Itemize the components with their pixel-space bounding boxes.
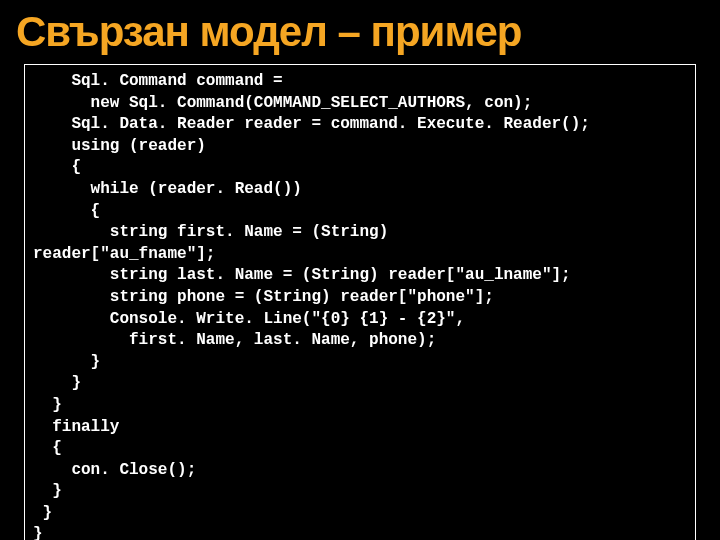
slide: Свързан модел – пример Sql. Command comm… bbox=[0, 0, 720, 540]
code-line: string last. Name = (String) reader["au_… bbox=[33, 265, 687, 287]
code-line: } bbox=[33, 503, 687, 525]
code-line: finally bbox=[33, 417, 687, 439]
code-line: string first. Name = (String) bbox=[33, 222, 687, 244]
code-line: new Sql. Command(COMMAND_SELECT_AUTHORS,… bbox=[33, 93, 687, 115]
page-title: Свързан модел – пример bbox=[16, 8, 704, 56]
code-line: { bbox=[33, 201, 687, 223]
code-line: Sql. Command command = bbox=[33, 71, 687, 93]
code-line: while (reader. Read()) bbox=[33, 179, 687, 201]
code-line: Sql. Data. Reader reader = command. Exec… bbox=[33, 114, 687, 136]
code-line: } bbox=[33, 373, 687, 395]
code-line: Console. Write. Line("{0} {1} - {2}", bbox=[33, 309, 687, 331]
code-line: first. Name, last. Name, phone); bbox=[33, 330, 687, 352]
code-line: { bbox=[33, 157, 687, 179]
code-line: using (reader) bbox=[33, 136, 687, 158]
code-line: string phone = (String) reader["phone"]; bbox=[33, 287, 687, 309]
code-line: con. Close(); bbox=[33, 460, 687, 482]
code-line: } bbox=[33, 481, 687, 503]
code-line: { bbox=[33, 438, 687, 460]
code-line: } bbox=[33, 395, 687, 417]
code-line: } bbox=[33, 524, 687, 540]
code-line: } bbox=[33, 352, 687, 374]
code-block: Sql. Command command = new Sql. Command(… bbox=[24, 64, 696, 540]
code-line: reader["au_fname"]; bbox=[33, 244, 687, 266]
